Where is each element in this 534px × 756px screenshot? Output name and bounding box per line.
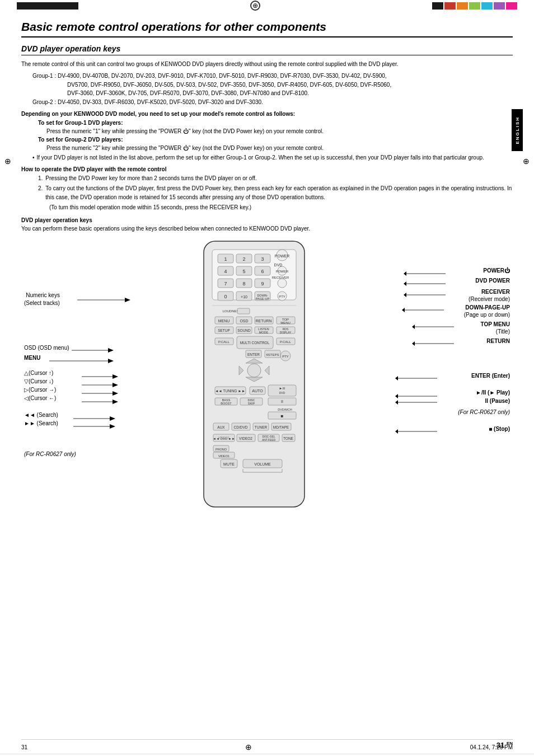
svg-text:3: 3 [261,256,264,262]
how-to-note: (To turn this model operation mode withi… [49,203,513,212]
how-to-item2: 2.To carry out the functions of the DVD … [38,184,513,202]
label-cursor-right: ▷(Cursor →) [24,387,56,393]
groups-section: Group-1 : DV-4900, DV-4070B, DV-2070, DV… [32,72,513,106]
svg-text:AUTO: AUTO [252,389,263,393]
svg-text:PTY: PTY [279,295,285,298]
svg-text:VIDEO1: VIDEO1 [218,436,229,439]
svg-text:II: II [281,400,283,403]
group1-setup: To set for Group-1 DVD players: Press th… [38,119,513,135]
how-to-heading: How to operate the DVD player with the r… [21,166,513,172]
dvd-keys-text: You can perform these basic operations u… [21,224,513,233]
svg-point-26 [278,279,287,288]
label-menu: MENU [24,355,40,361]
page-number-display: 31 EN [496,741,513,749]
label-return: RETURN [486,338,510,344]
svg-text:MENU: MENU [280,321,291,325]
svg-marker-148 [402,308,405,312]
label-osd-menu: OSD (OSD menu) [24,345,69,351]
svg-rect-38 [237,308,250,314]
svg-text:SKIP: SKIP [248,402,255,405]
footer-crosshair: ⊕ [245,743,252,752]
page-title: Basic remote control operations for othe… [21,20,513,37]
top-crosshair: ⊕ [250,1,260,11]
svg-text:9: 9 [261,281,264,287]
svg-text:+10: +10 [241,295,247,299]
svg-text:MENU: MENU [218,319,230,323]
svg-text:MD/TAPE: MD/TAPE [273,425,289,429]
svg-text:◄◄ TUNING ►►: ◄◄ TUNING ►► [215,389,245,393]
svg-text:PHONO: PHONO [216,448,227,451]
svg-text:TONE: TONE [283,436,294,440]
diagram-area: 1 2 3 POWER 4 5 6 DV [21,238,513,518]
svg-text:SOUND: SOUND [237,328,251,332]
svg-marker-152 [412,341,415,346]
svg-text:0: 0 [224,294,227,299]
svg-marker-138 [110,416,115,421]
remote-control-diagram: 1 2 3 POWER 4 5 6 DV [190,238,318,514]
label-dvd-power: DVD POWER [475,278,510,284]
svg-marker-156 [395,394,398,398]
intro-text: The remote control of this unit can cont… [21,60,513,68]
right-margin-crosshair: ⊕ [523,157,530,166]
svg-text:7: 7 [224,281,227,287]
footer-page-left: 31 [21,744,27,750]
label-for-rc-right: (For RC-R0627 only) [458,409,510,415]
svg-text:POWER: POWER [275,254,289,258]
label-pause: II (Pause) [485,398,510,404]
svg-text:CD/DVD: CD/DVD [234,425,248,429]
svg-marker-154 [395,376,398,381]
group1-line3: DVF-3060, DVF-3060K, DV-705, DVF-R5070, … [67,89,513,98]
svg-text:PTY: PTY [282,355,289,358]
dvd-keys-heading: DVD player operation keys [21,217,513,223]
left-margin-crosshair: ⊕ [4,157,11,166]
svg-marker-126 [108,348,114,353]
bullet-note: • If your DVD player is not listed in th… [32,153,513,162]
svg-marker-134 [113,391,118,396]
svg-marker-140 [110,424,115,429]
label-power: POWER⏻ [483,267,510,274]
label-down-page-up: DOWN-PAGE-UP [465,304,510,311]
svg-text:8: 8 [242,281,245,287]
label-search-back: ◄◄ (Search) [24,412,58,418]
label-numeric-keys: Numeric keys (Select tracks) [24,292,60,307]
svg-text:OSD: OSD [240,319,248,323]
group2-line: Group-2 : DV-4050, DV-303, DVF-R6030, DV… [32,98,513,107]
svg-marker-130 [113,374,118,379]
svg-text:5: 5 [242,269,245,274]
svg-text:2: 2 [242,256,245,262]
svg-text:6STEPS: 6STEPS [266,353,279,356]
english-label: ENGLISH [515,116,520,144]
top-color-blocks [432,2,517,10]
label-page-up-down: (Page up or down) [464,312,510,318]
svg-marker-150 [412,325,415,329]
svg-text:■: ■ [281,414,284,419]
svg-point-74 [247,364,261,377]
svg-marker-160 [395,429,398,434]
group1-line2: DV5700, DVF-R9050, DVF-J6050, DV-505, DV… [67,81,513,90]
svg-text:P.CALL: P.CALL [280,340,292,344]
bottom-decorative-strip [0,752,534,756]
label-title: (Title) [496,328,510,335]
svg-text:6: 6 [261,269,264,274]
label-receiver: RECEIVER [481,289,510,295]
svg-text:P.CALL: P.CALL [218,340,230,344]
svg-text:DISPLAY: DISPLAY [280,331,292,334]
svg-marker-142 [404,271,406,276]
svg-text:MUTE: MUTE [223,462,235,466]
svg-marker-136 [113,400,118,404]
label-stop: ■ (Stop) [489,426,510,432]
svg-text:DVD: DVD [279,391,285,395]
svg-text:DVD/MCH: DVD/MCH [278,408,292,411]
english-sidebar-tab: ENGLISH [512,109,523,151]
svg-text:PAGE-UP: PAGE-UP [256,297,270,300]
svg-text:VIDEO2: VIDEO2 [239,436,252,440]
group1-label: Group-1 : DV-4900, DV-4070B, DV-2070, DV… [32,73,387,79]
group1-setup-text: Press the numeric "1" key while pressing… [46,127,513,135]
label-search-fwd: ►► (Search) [24,420,58,426]
label-receiver-mode: (Receiver mode) [469,296,510,302]
top-bar-black [17,2,78,10]
svg-marker-144 [404,281,406,286]
label-rc-r0627-left: (For RC-R0627 only) [24,451,76,457]
label-cursor-up: △(Cursor ↑) [24,370,53,376]
group2-setup-text: Press the numeric "2" key while pressing… [46,144,513,152]
